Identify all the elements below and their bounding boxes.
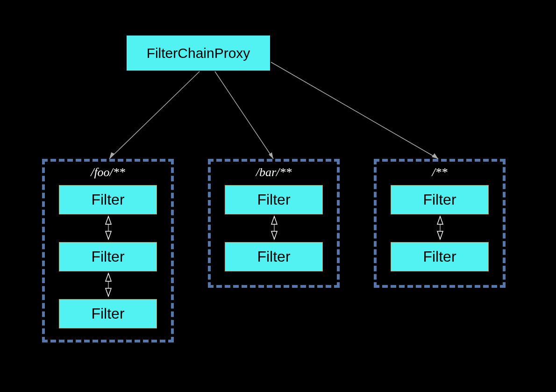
filter-group-foo: /foo/** Filter Filter Filter [42, 159, 174, 342]
filter-chain-proxy-box: FilterChainProxy [126, 35, 271, 71]
svg-line-2 [215, 71, 273, 159]
filter-label: Filter [91, 248, 124, 265]
filter-label: Filter [257, 248, 290, 265]
group-label-root: /** [377, 165, 503, 179]
group-label-bar: /bar/** [211, 165, 337, 179]
filter-group-root: /** Filter Filter [374, 159, 506, 288]
filter-label: Filter [91, 191, 124, 208]
filter-label: Filter [91, 305, 124, 322]
group-label-foo: /foo/** [45, 165, 171, 179]
filter-box: Filter [225, 242, 323, 271]
filter-box: Filter [391, 242, 489, 271]
filter-label: Filter [257, 191, 290, 208]
filter-label: Filter [423, 191, 456, 208]
filter-box: Filter [59, 242, 157, 271]
filter-box: Filter [59, 299, 157, 328]
filter-label: Filter [423, 248, 456, 265]
filter-box: Filter [59, 185, 157, 214]
filter-group-bar: /bar/** Filter Filter [208, 159, 340, 288]
filter-box: Filter [225, 185, 323, 214]
svg-line-4 [271, 62, 438, 159]
svg-marker-1 [109, 152, 114, 159]
svg-marker-3 [269, 152, 273, 159]
svg-marker-5 [432, 153, 438, 159]
filter-box: Filter [391, 185, 489, 214]
filter-chain-proxy-label: FilterChainProxy [147, 45, 250, 61]
svg-line-0 [109, 71, 200, 159]
